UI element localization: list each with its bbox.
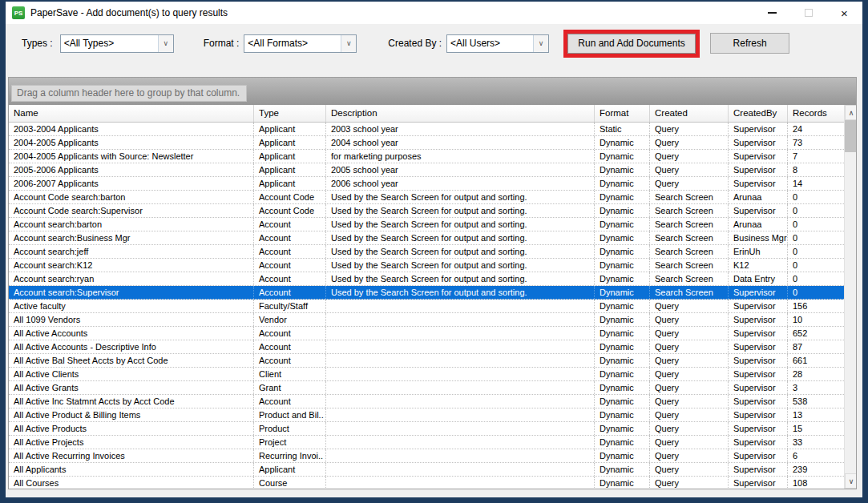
cell-name: All Active Recurring Invoices — [9, 449, 254, 462]
cell-description — [326, 395, 595, 408]
cell-created: Search Screen — [650, 191, 729, 203]
cell-format: Dynamic — [595, 313, 650, 326]
format-combobox[interactable]: <All Formats> ∨ — [244, 34, 357, 53]
refresh-button[interactable]: Refresh — [710, 33, 789, 54]
chevron-down-icon[interactable]: ∨ — [341, 35, 356, 52]
cell-records: 0 — [788, 272, 844, 285]
cell-type: Applicant — [254, 177, 326, 190]
cell-name: 2003-2004 Applicants — [9, 123, 254, 135]
cell-created: Search Screen — [650, 231, 729, 244]
column-header[interactable]: CreatedBy — [729, 105, 788, 122]
table-row[interactable]: All 1099 Vendors Vendor Dynamic Query Su… — [9, 313, 844, 327]
group-by-drop-zone[interactable]: Drag a column header here to group by th… — [9, 78, 856, 105]
created-by-combobox[interactable]: <All Users> ∨ — [446, 34, 549, 53]
cell-format: Dynamic — [595, 272, 650, 285]
cell-created: Query — [650, 368, 729, 380]
format-value: <All Formats> — [244, 38, 341, 49]
cell-type: Grant — [254, 381, 326, 394]
cell-createdby: Supervisor — [729, 204, 788, 217]
cell-createdby: Supervisor — [729, 449, 788, 462]
cell-records: 0 — [788, 259, 844, 272]
cell-type: Client — [254, 368, 326, 380]
table-row[interactable]: Account search:K12 Account Used by the S… — [9, 259, 844, 272]
table-row[interactable]: 2003-2004 Applicants Applicant 2003 scho… — [9, 123, 844, 136]
column-header[interactable]: Type — [254, 105, 326, 122]
cell-created: Search Screen — [650, 204, 729, 217]
table-row[interactable]: All Active Product & Billing Items Produ… — [9, 408, 844, 422]
table-row[interactable]: 2004-2005 Applicants with Source: Newsle… — [9, 150, 844, 163]
column-header[interactable]: Records — [788, 105, 844, 122]
table-row[interactable]: All Active Accounts Account Dynamic Quer… — [9, 327, 844, 340]
table-row[interactable]: All Active Projects Project Dynamic Quer… — [9, 436, 844, 449]
table-row[interactable]: All Active Grants Grant Dynamic Query Su… — [9, 381, 844, 395]
cell-created: Query — [650, 313, 729, 326]
table-row[interactable]: All Courses Course Dynamic Query Supervi… — [9, 477, 844, 489]
minimize-button[interactable] — [754, 2, 790, 24]
vertical-scrollbar[interactable]: ∧ ∨ — [844, 105, 857, 489]
cell-name: All Active Product & Billing Items — [9, 408, 254, 421]
cell-description: Used by the Search Screen for output and… — [326, 191, 595, 203]
scrollbar-track[interactable] — [845, 152, 857, 473]
column-header[interactable]: Format — [595, 105, 650, 122]
table-row[interactable]: All Active Bal Sheet Accts by Acct Code … — [9, 354, 844, 368]
cell-type: Account — [254, 354, 326, 367]
cell-created: Query — [650, 163, 729, 176]
cell-format: Dynamic — [595, 368, 650, 380]
column-header[interactable]: Name — [9, 105, 254, 122]
table-row[interactable]: Active faculty Faculty/Staff Dynamic Que… — [9, 300, 844, 313]
table-row[interactable]: 2005-2006 Applicants Applicant 2005 scho… — [9, 163, 844, 177]
scrollbar-thumb[interactable] — [845, 120, 857, 152]
cell-format: Dynamic — [595, 422, 650, 435]
cell-name: Account search:Supervisor — [9, 286, 254, 299]
cell-type: Applicant — [254, 163, 326, 176]
table-row[interactable]: 2004-2005 Applicants Applicant 2004 scho… — [9, 136, 844, 150]
table-row[interactable]: Account Code search:Supervisor Account C… — [9, 204, 844, 218]
cell-description — [326, 408, 595, 421]
cell-name: All 1099 Vendors — [9, 313, 254, 326]
cell-records: 0 — [788, 286, 844, 299]
cell-description: 2006 school year — [326, 177, 595, 190]
cell-created: Query — [650, 463, 729, 476]
cell-records: 538 — [788, 395, 844, 408]
table-row[interactable]: Account search:jeff Account Used by the … — [9, 245, 844, 259]
grid-columns-area: NameTypeDescriptionFormatCreatedCreatedB… — [9, 105, 844, 489]
table-row[interactable]: All Applicants Applicant Dynamic Query S… — [9, 463, 844, 477]
cell-name: All Active Clients — [9, 368, 254, 380]
cell-created: Query — [650, 327, 729, 340]
cell-created: Query — [650, 354, 729, 367]
table-row[interactable]: All Active Accounts - Descriptive Info A… — [9, 340, 844, 354]
column-header[interactable]: Created — [650, 105, 729, 122]
cell-createdby: Data Entry — [729, 272, 788, 285]
cell-records: 156 — [788, 300, 844, 312]
query-grid: Drag a column header here to group by th… — [8, 77, 857, 489]
cell-type: Product — [254, 422, 326, 435]
minimize-icon — [768, 12, 777, 14]
cell-type: Account — [254, 272, 326, 285]
cell-type: Account — [254, 340, 326, 353]
table-row[interactable]: All Active Recurring Invoices Recurring … — [9, 449, 844, 463]
scroll-up-button[interactable]: ∧ — [845, 105, 857, 120]
cell-format: Dynamic — [595, 408, 650, 421]
table-row[interactable]: All Active Clients Client Dynamic Query … — [9, 368, 844, 381]
table-row[interactable]: All Active Inc Statmnt Accts by Acct Cod… — [9, 395, 844, 408]
types-combobox[interactable]: <All Types> ∨ — [60, 34, 174, 53]
cell-name: Active faculty — [9, 300, 254, 312]
table-row[interactable]: Account search:Supervisor Account Used b… — [9, 286, 844, 300]
table-row[interactable]: All Active Products Product Dynamic Quer… — [9, 422, 844, 436]
cell-type: Account Code — [254, 204, 326, 217]
cell-description — [326, 368, 595, 380]
table-row[interactable]: 2006-2007 Applicants Applicant 2006 scho… — [9, 177, 844, 191]
table-row[interactable]: Account search:ryan Account Used by the … — [9, 272, 844, 286]
table-row[interactable]: Account search:Business Mgr Account Used… — [9, 231, 844, 245]
table-row[interactable]: Account search:barton Account Used by th… — [9, 218, 844, 231]
run-and-add-documents-button[interactable]: Run and Add Documents — [567, 34, 696, 54]
chevron-down-icon[interactable]: ∨ — [533, 35, 548, 52]
close-button[interactable]: × — [826, 2, 862, 24]
cell-description: Used by the Search Screen for output and… — [326, 259, 595, 272]
scroll-down-button[interactable]: ∨ — [845, 473, 857, 489]
cell-records: 0 — [788, 218, 844, 231]
chevron-down-icon[interactable]: ∨ — [158, 35, 173, 52]
column-header[interactable]: Description — [326, 105, 595, 122]
cell-records: 7 — [788, 150, 844, 163]
table-row[interactable]: Account Code search:barton Account Code … — [9, 191, 844, 204]
